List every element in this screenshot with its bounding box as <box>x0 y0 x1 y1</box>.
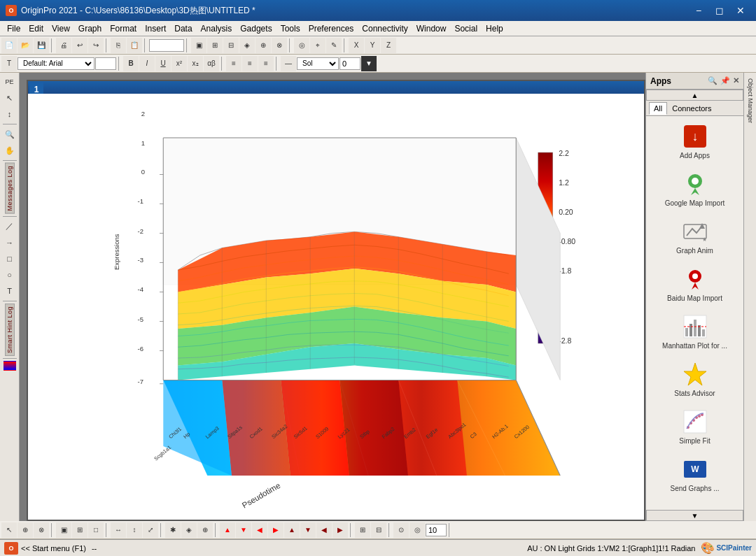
graph-canvas[interactable]: 2.2 1.2 0.20 -0.80 -1.8 -2.8 <box>28 94 644 520</box>
zoom-tool[interactable]: 🔍 <box>2 127 18 142</box>
menu-analysis[interactable]: Analysis <box>197 22 237 35</box>
bt-15[interactable]: ◀ <box>252 522 267 538</box>
font-size-input[interactable]: 0 <box>95 57 116 70</box>
subscript-button[interactable]: x₂ <box>188 56 203 71</box>
redo-button[interactable]: ↪ <box>88 38 104 53</box>
menu-gadgets[interactable]: Gadgets <box>236 22 276 35</box>
bt-19[interactable]: ◀ <box>316 522 332 538</box>
new-button[interactable]: 📄 <box>1 38 17 53</box>
bt-9[interactable]: ⤢ <box>143 522 158 538</box>
bt-17[interactable]: ▲ <box>284 522 300 538</box>
close-button[interactable]: ✕ <box>731 3 750 17</box>
bt-7[interactable]: ↔ <box>111 522 126 538</box>
bt-input-1[interactable] <box>426 524 447 536</box>
apps-close-icon[interactable]: ✕ <box>733 76 739 85</box>
tb-icon-8[interactable]: ⌖ <box>310 38 326 53</box>
arrow-tool[interactable]: ↖ <box>2 90 18 106</box>
bt-13[interactable]: ▲ <box>220 522 235 538</box>
print-button[interactable]: 🖨 <box>56 38 71 53</box>
draw-circle-tool[interactable]: ○ <box>2 267 18 283</box>
line-select[interactable]: Sol <box>297 57 339 70</box>
bt-10[interactable]: ✱ <box>165 522 181 538</box>
menu-format[interactable]: Format <box>106 22 141 35</box>
tb-icon-6[interactable]: ⊗ <box>272 38 287 53</box>
line-size-input[interactable] <box>340 57 360 70</box>
underline-button[interactable]: U <box>155 56 171 71</box>
undo-button[interactable]: ↩ <box>72 38 88 53</box>
app-item-send-graphs[interactable]: W Send Graphs ... <box>649 452 741 497</box>
app-item-simple-fit[interactable]: Simple Fit <box>649 404 741 449</box>
start-menu-text[interactable]: << Start menu (F1) <box>21 544 86 553</box>
bt-18[interactable]: ▼ <box>300 522 316 538</box>
bt-1[interactable]: ↖ <box>1 522 17 538</box>
app-item-google-map[interactable]: Google Map Import <box>649 166 741 211</box>
bt-14[interactable]: ▼ <box>236 522 251 538</box>
italic-button[interactable]: I <box>139 56 155 71</box>
pan-tool[interactable]: ✋ <box>2 143 18 158</box>
menu-edit[interactable]: Edit <box>24 22 48 35</box>
copy-button[interactable]: ⎘ <box>111 38 126 53</box>
menu-view[interactable]: View <box>48 22 74 35</box>
restore-button[interactable]: ◻ <box>710 3 729 17</box>
open-button[interactable]: 📂 <box>18 38 33 53</box>
tb-icon-4[interactable]: ◈ <box>239 38 255 53</box>
draw-line-tool[interactable]: ／ <box>2 219 18 234</box>
apps-tab-connectors[interactable]: Connectors <box>667 102 716 115</box>
align-center[interactable]: ≡ <box>242 56 258 71</box>
draw-text-tool[interactable]: T <box>2 283 18 299</box>
tb-icon-3[interactable]: ⊟ <box>223 38 239 53</box>
tb-icon-5[interactable]: ⊕ <box>255 38 271 53</box>
menu-social[interactable]: Social <box>450 22 482 35</box>
menu-tools[interactable]: Tools <box>276 22 304 35</box>
app-item-stats-advisor[interactable]: Stats Advisor <box>649 357 741 401</box>
bt-11[interactable]: ◈ <box>181 522 197 538</box>
pointer-tool[interactable]: ↕ <box>2 106 18 122</box>
font-select[interactable]: Default: Arial <box>18 57 94 70</box>
app-item-add-apps[interactable]: ↓ Add Apps <box>649 119 741 164</box>
align-right[interactable]: ≡ <box>258 56 274 71</box>
bt-24[interactable]: ◎ <box>410 522 425 538</box>
menu-connectivity[interactable]: Connectivity <box>358 22 412 35</box>
menu-insert[interactable]: Insert <box>141 22 170 35</box>
tb-icon-2[interactable]: ⊞ <box>207 38 223 53</box>
color-picker[interactable]: ▼ <box>361 56 377 71</box>
apps-search-icon[interactable]: 🔍 <box>708 76 718 85</box>
draw-rect-tool[interactable]: □ <box>2 251 18 266</box>
menu-graph[interactable]: Graph <box>74 22 106 35</box>
project-explorer-icon[interactable]: PE <box>2 74 18 90</box>
draw-arrow-tool[interactable]: → <box>2 235 18 250</box>
menu-help[interactable]: Help <box>482 22 507 35</box>
bt-20[interactable]: ▶ <box>332 522 348 538</box>
bt-6[interactable]: □ <box>88 522 104 538</box>
align-left[interactable]: ≡ <box>226 56 241 71</box>
menu-window[interactable]: Window <box>412 22 451 35</box>
apps-tab-all[interactable]: All <box>649 102 667 115</box>
object-manager-tab[interactable]: Object Manager <box>746 74 755 127</box>
bt-12[interactable]: ⊕ <box>197 522 213 538</box>
menu-data[interactable]: Data <box>170 22 196 35</box>
superscript-button[interactable]: x² <box>172 56 187 71</box>
bt-3[interactable]: ⊗ <box>34 522 49 538</box>
apps-scroll-down[interactable]: ▼ <box>646 510 743 521</box>
menu-file[interactable]: File <box>3 22 24 35</box>
zoom-input[interactable]: 100% <box>149 39 184 52</box>
line-style[interactable]: — <box>281 56 296 71</box>
text-tool[interactable]: T <box>1 56 17 71</box>
bold-button[interactable]: B <box>123 56 139 71</box>
bt-4[interactable]: ▣ <box>56 522 71 538</box>
minimize-button[interactable]: − <box>689 3 708 17</box>
app-item-graph-anim[interactable]: ★ Graph Anim <box>649 214 741 259</box>
app-item-manhattan[interactable]: Manhattan Plot for ... <box>649 309 741 354</box>
bt-22[interactable]: ⊟ <box>371 522 386 538</box>
tb-icon-10[interactable]: X <box>349 38 364 53</box>
tb-icon-7[interactable]: ◎ <box>294 38 309 53</box>
app-item-baidu-map[interactable]: Baidu Map Import <box>649 262 741 306</box>
tb-icon-1[interactable]: ▣ <box>191 38 206 53</box>
bt-5[interactable]: ⊞ <box>72 522 88 538</box>
tb-icon-9[interactable]: ✎ <box>326 38 342 53</box>
apps-pin-icon[interactable]: 📌 <box>720 76 730 85</box>
save-button[interactable]: 💾 <box>34 38 49 53</box>
bt-23[interactable]: ⊙ <box>393 522 409 538</box>
color-map-icon[interactable] <box>4 361 16 371</box>
bt-8[interactable]: ↕ <box>127 522 142 538</box>
